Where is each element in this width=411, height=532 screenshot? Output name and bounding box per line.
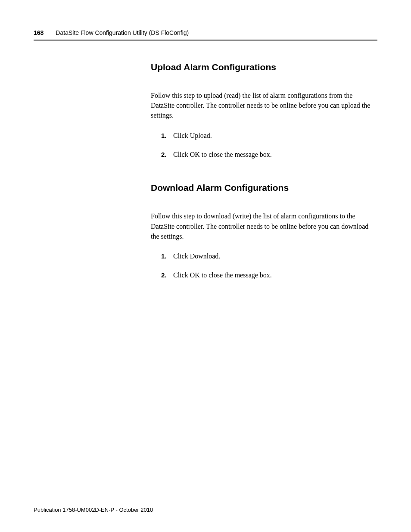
page-header: 168 DataSite Flow Configuration Utility … — [34, 29, 377, 40]
page-number: 168 — [34, 29, 44, 36]
list-item: 2. Click OK to close the message box. — [161, 150, 377, 159]
list-text: Click OK to close the message box. — [173, 150, 272, 159]
section-heading-download: Download Alarm Configurations — [151, 183, 377, 193]
steps-list-upload: 1. Click Upload. 2. Click OK to close th… — [161, 131, 377, 160]
list-item: 1. Click Upload. — [161, 131, 377, 140]
list-text: Click Download. — [173, 252, 220, 261]
list-number: 2. — [161, 271, 169, 280]
list-text: Click OK to close the message box. — [173, 271, 272, 280]
section-paragraph-download: Follow this step to download (write) the… — [151, 211, 377, 241]
page-footer: Publication 1758-UM002D-EN-P - October 2… — [34, 507, 153, 513]
page-container: 168 DataSite Flow Configuration Utility … — [0, 0, 411, 280]
list-item: 1. Click Download. — [161, 252, 377, 261]
steps-list-download: 1. Click Download. 2. Click OK to close … — [161, 252, 377, 280]
section-paragraph-upload: Follow this step to upload (read) the li… — [151, 90, 377, 121]
list-text: Click Upload. — [173, 131, 212, 140]
list-number: 1. — [161, 252, 169, 261]
list-number: 2. — [161, 150, 169, 159]
list-item: 2. Click OK to close the message box. — [161, 271, 377, 280]
header-title: DataSite Flow Configuration Utility (DS … — [56, 29, 189, 36]
list-number: 1. — [161, 131, 169, 140]
section-heading-upload: Upload Alarm Configurations — [151, 62, 377, 72]
main-content: Upload Alarm Configurations Follow this … — [151, 62, 377, 280]
